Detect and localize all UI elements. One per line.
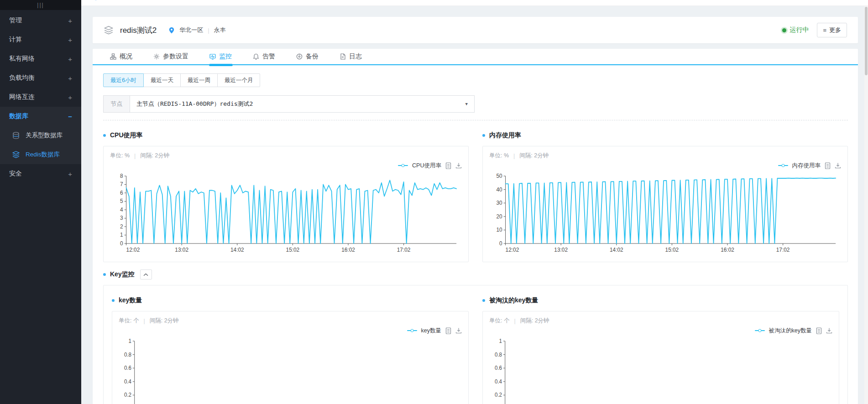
legend-label: 内存使用率: [792, 162, 821, 170]
plus-icon: +: [68, 55, 72, 63]
sidebar-item-vpc[interactable]: 私有网络+: [0, 49, 81, 68]
svg-text:0.4: 0.4: [124, 378, 132, 384]
legend-marker: [778, 165, 788, 166]
node-select[interactable]: 主节点（REDIS-11A-00DRP）redis测试2 ▼: [130, 95, 475, 113]
legend-marker: [398, 165, 408, 166]
sidebar-item-database[interactable]: 数据库−: [0, 107, 81, 126]
detail-card: 概况 参数设置 监控 告警 备份: [93, 49, 858, 404]
sidebar-item-loadbalancer[interactable]: 负载均衡+: [0, 68, 81, 88]
time-range-6h[interactable]: 最近6小时: [103, 73, 144, 87]
memory-chart-title: 内存使用率: [489, 131, 521, 140]
sidebar-item-relational-db[interactable]: 关系型数据库: [0, 126, 81, 145]
zone-label: 永丰: [214, 26, 226, 34]
scrollbar[interactable]: [864, 6, 868, 404]
svg-text:3: 3: [120, 215, 123, 221]
svg-text:5: 5: [120, 198, 123, 204]
key-count-title: key数量: [119, 296, 142, 305]
download-icon[interactable]: [826, 327, 832, 334]
svg-text:15:02: 15:02: [665, 247, 679, 253]
tab-logs[interactable]: 日志: [340, 49, 362, 64]
download-icon[interactable]: [455, 162, 462, 169]
legend-marker: [755, 330, 765, 331]
data-table-icon[interactable]: [445, 162, 451, 169]
cpu-usage-chart: 01234567812:0213:0214:0215:0216:0217:02: [110, 171, 462, 256]
breadcrumb-back-link[interactable]: Redis 数据库: [92, 0, 140, 1]
svg-text:0.8: 0.8: [124, 351, 132, 357]
bullet-icon: [482, 299, 485, 302]
svg-text:30: 30: [496, 200, 502, 206]
sidebar-item-redis-db[interactable]: Redis数据库: [0, 145, 81, 164]
svg-text:13:02: 13:02: [175, 247, 188, 253]
bullet-icon: [103, 273, 106, 276]
sidebar-collapse-handle[interactable]: |||: [0, 0, 81, 10]
region-label: 华北一区: [179, 26, 203, 34]
data-table-icon[interactable]: [825, 162, 831, 169]
key-monitor-panel: key数量 单位: 个|间隔: 2分钟 key数量 00.20.40.60.81…: [103, 285, 848, 404]
svg-text:0.6: 0.6: [124, 365, 132, 371]
svg-text:0.8: 0.8: [495, 351, 502, 357]
legend-label: key数量: [421, 327, 441, 335]
download-icon[interactable]: [835, 162, 841, 169]
evicted-key-section: 被淘汰的key数量 单位: 个|间隔: 2分钟 被淘汰的key数量 00.20.…: [482, 295, 839, 404]
key-count-chart-card: 单位: 个|间隔: 2分钟 key数量 00.20.40.60.8112:021…: [112, 311, 469, 404]
svg-text:1: 1: [120, 232, 123, 238]
unit-label: 单位: 个: [119, 317, 139, 325]
status-dot: [782, 28, 786, 32]
svg-text:10: 10: [496, 227, 502, 233]
svg-text:7: 7: [120, 181, 123, 187]
sidebar-item-security[interactable]: 安全+: [0, 164, 81, 183]
legend-label: 被淘汰的key数量: [769, 327, 812, 335]
interval-label: 间隔: 2分钟: [520, 317, 549, 325]
svg-text:17:02: 17:02: [397, 247, 411, 253]
time-range-group: 最近6小时 最近一天 最近一周 最近一个月: [103, 73, 848, 87]
tab-overview[interactable]: 概况: [110, 49, 132, 64]
back-circle-icon: [92, 0, 99, 0]
chevron-up-icon: [143, 273, 148, 276]
bullet-icon: [103, 134, 106, 137]
unit-label: 单位: %: [110, 152, 130, 160]
plus-icon: +: [68, 93, 72, 101]
sidebar-item-compute[interactable]: 计算+: [0, 30, 81, 49]
scrollbar-thumb[interactable]: [865, 7, 868, 75]
interval-label: 间隔: 2分钟: [150, 317, 179, 325]
svg-text:50: 50: [496, 173, 502, 179]
sidebar-item-manage[interactable]: 管理+: [0, 11, 81, 30]
svg-text:2: 2: [120, 223, 123, 230]
svg-text:17:02: 17:02: [776, 247, 790, 253]
dashed-divider: [103, 120, 848, 120]
svg-text:1: 1: [129, 338, 131, 344]
bell-icon: [253, 53, 259, 60]
svg-text:8: 8: [120, 173, 123, 179]
tab-backup[interactable]: 备份: [296, 49, 319, 64]
time-range-1d[interactable]: 最近一天: [143, 73, 181, 87]
legend-label: CPU使用率: [412, 162, 441, 170]
download-icon[interactable]: [455, 327, 462, 334]
collapse-handle-icon: |||: [37, 2, 44, 8]
time-range-1w[interactable]: 最近一周: [180, 73, 218, 87]
svg-text:4: 4: [120, 207, 123, 213]
breadcrumb-current: redis测试2（REDIS-11A-00DRP）: [149, 0, 247, 1]
tab-alerts[interactable]: 告警: [253, 49, 275, 64]
more-button[interactable]: ≡更多: [817, 23, 847, 37]
svg-text:16:02: 16:02: [341, 247, 355, 253]
svg-text:20: 20: [496, 213, 502, 220]
svg-text:0.6: 0.6: [495, 365, 502, 371]
svg-text:14:02: 14:02: [230, 247, 244, 253]
svg-text:12:02: 12:02: [126, 247, 140, 253]
evicted-key-title: 被淘汰的key数量: [489, 296, 538, 305]
tab-parameters[interactable]: 参数设置: [153, 49, 188, 64]
status-badge: 运行中: [782, 26, 809, 34]
svg-text:0: 0: [499, 240, 502, 247]
time-range-1m[interactable]: 最近一个月: [217, 73, 261, 87]
sidebar-item-network-interconnect[interactable]: 网络互连+: [0, 88, 81, 107]
svg-text:0: 0: [120, 240, 123, 247]
collapse-section-button[interactable]: [140, 269, 152, 280]
breadcrumb: Redis 数据库 / redis测试2（REDIS-11A-00DRP）: [81, 0, 868, 6]
data-table-icon[interactable]: [445, 327, 451, 334]
plus-icon: +: [68, 74, 72, 82]
legend-marker: [407, 330, 417, 331]
bullet-icon: [112, 299, 115, 302]
bullet-icon: [482, 134, 485, 137]
data-table-icon[interactable]: [816, 327, 822, 334]
tab-monitoring[interactable]: 监控: [209, 49, 232, 64]
